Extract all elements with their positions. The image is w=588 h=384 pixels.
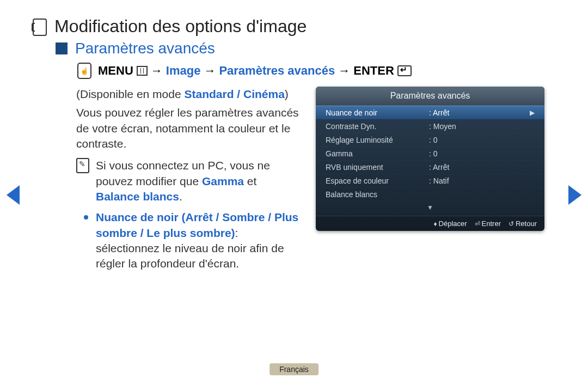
osd-row-rgb-only[interactable]: RVB uniquement : Arrêt	[316, 161, 544, 174]
footer-move: ♦Déplacer	[433, 220, 467, 228]
arrow-icon: →	[204, 64, 216, 78]
osd-footer: ♦Déplacer ⏎Entrer ↺Retour	[316, 216, 544, 231]
breadcrumb-menu: MENU	[98, 64, 133, 78]
osd-row-black-tone[interactable]: Nuance de noir : Arrêt ▶	[316, 106, 544, 120]
pc-note: Si vous connectez un PC, vous ne pouvez …	[96, 158, 299, 204]
osd-row-brightness[interactable]: Réglage Luminosité : 0	[316, 133, 544, 147]
footer-return: ↺Retour	[509, 220, 537, 228]
mode-standard: Standard	[184, 88, 234, 100]
breadcrumb-enter: ENTER	[353, 64, 394, 78]
osd-value: : Moyen	[429, 122, 535, 131]
osd-label: Balance blancs	[326, 190, 429, 199]
section-bullet-icon	[56, 42, 68, 54]
osd-row-dyn-contrast[interactable]: Contraste Dyn. : Moyen	[316, 120, 544, 133]
osd-label: RVB uniquement	[326, 163, 429, 172]
chevron-right-icon: ▶	[528, 109, 535, 117]
osd-row-gamma[interactable]: Gamma : 0	[316, 147, 544, 161]
section-subtitle: Paramètres avancés	[75, 40, 215, 57]
osd-value: : 0	[429, 149, 535, 158]
scroll-down-icon[interactable]: ▼	[316, 202, 544, 216]
option-description: Nuance de noir (Arrêt / Sombre / Plus so…	[96, 210, 299, 271]
menu-button-icon	[137, 66, 148, 76]
mode-sep: /	[234, 88, 243, 100]
mode-prefix: (Disponible en mode	[76, 88, 184, 100]
prev-page-button[interactable]	[7, 185, 20, 205]
osd-label: Gamma	[326, 149, 429, 158]
next-page-button[interactable]	[568, 185, 581, 205]
manual-icon	[33, 19, 47, 36]
option-text: sélectionnez le niveau de noir afin de r…	[96, 242, 284, 270]
breadcrumb-image: Image	[166, 64, 201, 78]
breadcrumb: ☝ MENU → Image → Paramètres avancés → EN…	[77, 63, 544, 79]
option-title: Nuance de noir (Arrêt / Sombre / Plus so…	[96, 211, 298, 239]
osd-label: Espace de couleur	[326, 176, 429, 185]
arrow-icon: →	[151, 64, 163, 78]
osd-row-color-space[interactable]: Espace de couleur : Natif	[316, 174, 544, 188]
option-colon: :	[235, 227, 238, 239]
mode-suffix: )	[285, 88, 289, 100]
osd-panel: Paramètres avancés Nuance de noir : Arrê…	[316, 87, 544, 231]
osd-value: : Arrêt	[429, 163, 535, 172]
intro-paragraph: Vous pouvez régler les paramètres avancé…	[76, 105, 299, 151]
enter-glyph-icon: ⏎	[475, 220, 480, 228]
mode-cinema: Cinéma	[243, 88, 285, 100]
page-title: Modification des options d'image	[54, 16, 307, 36]
osd-label: Contraste Dyn.	[326, 122, 429, 131]
updown-icon: ♦	[433, 220, 437, 228]
arrow-icon: →	[338, 64, 350, 78]
osd-value: : Arrêt	[429, 108, 528, 117]
breadcrumb-advanced: Paramètres avancés	[219, 64, 335, 78]
footer-enter: ⏎Entrer	[475, 220, 501, 228]
osd-title: Paramètres avancés	[316, 87, 544, 106]
note-gamma: Gamma	[202, 175, 244, 187]
osd-value: : 0	[429, 136, 535, 144]
note-join: et	[244, 175, 256, 187]
language-badge: Français	[270, 363, 318, 375]
osd-value: : Natif	[429, 176, 535, 185]
osd-row-white-balance[interactable]: Balance blancs	[316, 188, 544, 202]
note-icon	[76, 158, 89, 173]
enter-button-icon	[397, 65, 412, 76]
note-suffix: .	[179, 190, 182, 203]
note-balance: Balance blancs	[96, 190, 179, 203]
osd-label: Réglage Luminosité	[326, 136, 429, 144]
return-glyph-icon: ↺	[509, 220, 514, 228]
mode-availability: (Disponible en mode Standard / Cinéma)	[76, 87, 299, 102]
hand-icon: ☝	[77, 63, 91, 79]
bullet-icon	[84, 215, 88, 220]
osd-label: Nuance de noir	[326, 108, 429, 117]
